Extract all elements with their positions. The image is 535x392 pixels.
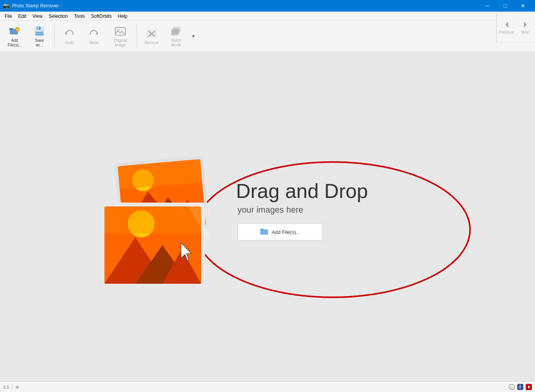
save-as-toolbar-button[interactable]: Save as... xyxy=(28,23,51,49)
status-icon-info: ▣ xyxy=(15,385,19,389)
add-files-drop-button[interactable]: Add File(s)... xyxy=(238,223,323,240)
zoom-level: 1:1 xyxy=(3,385,9,389)
toolbar-expand-button[interactable]: ▼ xyxy=(190,23,197,49)
facebook-icon[interactable]: f xyxy=(517,384,523,390)
menu-edit[interactable]: Edit xyxy=(15,12,29,20)
drag-drop-title: Drag and Drop xyxy=(236,179,368,203)
minimize-button[interactable]: ─ xyxy=(479,0,496,12)
drop-zone-content: Drag and Drop your images here Add File(… xyxy=(236,179,368,240)
expand-icon: ▼ xyxy=(191,34,196,39)
photo-illustration xyxy=(70,152,244,301)
svg-point-12 xyxy=(117,29,120,31)
undo-toolbar-button[interactable]: Undo xyxy=(58,23,81,49)
main-area: Drag and Drop your images here Add File(… xyxy=(0,52,535,381)
title-bar-icon: 📷 xyxy=(3,3,10,9)
remove-label: Remove xyxy=(144,41,159,45)
remove-icon xyxy=(145,27,158,40)
previous-label: Previous xyxy=(499,30,514,34)
batch-mode-label: Batch Mode xyxy=(171,38,181,48)
add-files-folder-icon xyxy=(260,228,268,236)
menu-selection[interactable]: Selection xyxy=(46,12,71,20)
menu-file[interactable]: File xyxy=(2,12,15,20)
maximize-button[interactable]: □ xyxy=(496,0,514,12)
next-label: Next xyxy=(521,30,529,34)
save-icon xyxy=(33,25,46,37)
redo-toolbar-button[interactable]: Redo xyxy=(82,23,106,49)
youtube-icon[interactable] xyxy=(526,384,532,390)
remove-toolbar-button[interactable]: Remove xyxy=(140,23,163,49)
svg-rect-11 xyxy=(115,27,125,35)
status-left: 1:1 ▣ xyxy=(3,384,509,390)
menu-view[interactable]: View xyxy=(29,12,46,20)
svg-text:f: f xyxy=(520,385,521,389)
save-as-label: Save as... xyxy=(35,38,44,48)
menu-help[interactable]: Help xyxy=(115,12,131,20)
redo-icon xyxy=(88,27,100,40)
toolbar: + Add File(s)... Save as... Undo xyxy=(0,21,535,52)
next-button[interactable]: Next xyxy=(517,14,534,40)
svg-rect-8 xyxy=(36,32,43,36)
previous-button[interactable]: Previous xyxy=(498,14,515,40)
svg-rect-37 xyxy=(104,206,201,233)
undo-icon xyxy=(63,27,75,40)
svg-text:+: + xyxy=(16,27,19,32)
status-separator xyxy=(12,384,12,390)
add-files-label: Add File(s)... xyxy=(8,38,22,48)
undo-label: Undo xyxy=(65,41,74,45)
add-files-button-label: Add File(s)... xyxy=(272,229,300,235)
title-bar: 📷 Photo Stamp Remover - ─ □ ✕ xyxy=(0,0,535,12)
toolbar-separator-1 xyxy=(54,25,55,48)
redo-label: Redo xyxy=(89,41,99,45)
add-files-toolbar-button[interactable]: + Add File(s)... xyxy=(3,23,26,49)
nav-area: Previous Next xyxy=(496,12,535,43)
title-bar-controls: ─ □ ✕ xyxy=(479,0,532,12)
drag-drop-subtitle: your images here xyxy=(238,205,368,215)
status-bar: 1:1 ▣ i f xyxy=(0,381,535,392)
toolbar-separator-2 xyxy=(137,25,137,48)
original-image-icon xyxy=(114,25,126,37)
batch-icon xyxy=(170,25,183,37)
original-image-toolbar-button[interactable]: Original Image xyxy=(107,23,133,49)
info-status-icon[interactable]: i xyxy=(509,384,515,390)
title-bar-title: Photo Stamp Remover - xyxy=(12,3,479,9)
svg-marker-19 xyxy=(505,22,508,28)
previous-icon xyxy=(501,19,512,30)
next-icon xyxy=(520,19,531,30)
original-image-label: Original Image xyxy=(114,38,127,48)
status-right: i f xyxy=(509,384,532,390)
svg-marker-20 xyxy=(524,22,527,28)
svg-rect-7 xyxy=(38,27,39,29)
menu-softorbits[interactable]: SoftOrbits xyxy=(88,12,115,20)
svg-text:i: i xyxy=(511,385,513,389)
add-files-icon: + xyxy=(9,25,21,37)
menu-tools[interactable]: Tools xyxy=(71,12,88,20)
close-button[interactable]: ✕ xyxy=(514,0,532,12)
batch-mode-toolbar-button[interactable]: Batch Mode xyxy=(165,23,188,49)
menu-bar: File Edit View Selection Tools SoftOrbit… xyxy=(0,12,535,21)
svg-rect-18 xyxy=(171,30,178,35)
